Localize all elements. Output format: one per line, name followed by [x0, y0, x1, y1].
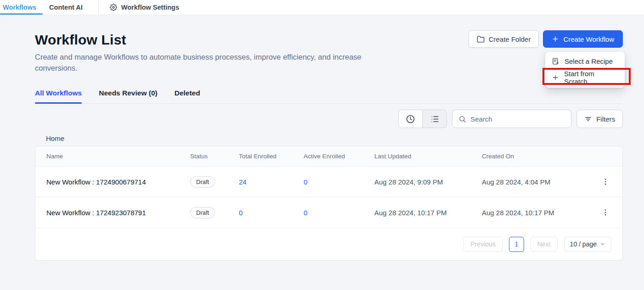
row-actions-menu-button[interactable] [599, 176, 611, 188]
last-updated-value: Aug 28 2024, 10:17 PM [374, 209, 482, 217]
main-content: Workflow List Create and manage Workflow… [0, 15, 644, 261]
menu-item-label: Select a Recipe [565, 57, 613, 65]
nav-divider [98, 1, 99, 15]
active-enrolled-link[interactable]: 0 [304, 178, 374, 186]
table-header-row: Name Status Total Enrolled Active Enroll… [35, 146, 622, 167]
folder-icon [477, 35, 485, 43]
header-actions: Create Folder Create Workflow Select a R… [469, 30, 623, 48]
plus-icon [552, 74, 559, 81]
pagination: Previous 1 Next 10 / page [35, 228, 622, 260]
page-header-text: Workflow List Create and manage Workflow… [35, 31, 379, 73]
menu-item-label: Start from Scratch [564, 70, 618, 85]
view-toggle-group [398, 110, 447, 128]
nav-tab-workflows[interactable]: Workflows [0, 0, 40, 15]
list-toolbar: Filters [35, 110, 623, 128]
column-header-created-on: Created On [482, 153, 597, 160]
menu-item-start-from-scratch[interactable]: Start from Scratch [545, 69, 625, 85]
plus-icon [552, 35, 559, 43]
nav-workflow-settings-label: Workflow Settings [121, 4, 179, 11]
list-view-toggle[interactable] [423, 110, 446, 128]
kebab-icon [601, 208, 610, 217]
workflow-name-link[interactable]: New Workflow : 1724923078791 [46, 209, 190, 217]
nav-tab-content-ai-label: Content AI [49, 4, 83, 11]
table-row: New Workflow : 1724900679714 Draft 24 0 … [35, 167, 622, 197]
create-folder-button[interactable]: Create Folder [469, 30, 539, 48]
gear-icon [110, 4, 117, 11]
search-box [452, 110, 571, 128]
page-size-label: 10 / page [570, 240, 597, 248]
nav-workflow-settings[interactable]: Workflow Settings [105, 0, 184, 15]
total-enrolled-link[interactable]: 0 [239, 209, 304, 217]
create-workflow-dropdown: Select a Recipe Start from Scratch [545, 52, 625, 88]
page-subtitle: Create and manage Workflows to automate … [35, 51, 379, 73]
filter-icon [584, 115, 592, 123]
create-workflow-label: Create Workflow [563, 35, 614, 43]
column-header-total-enrolled: Total Enrolled [239, 153, 304, 160]
status-badge: Draft [190, 207, 215, 218]
created-on-value: Aug 28 2024, 4:04 PM [482, 178, 597, 186]
created-on-value: Aug 28 2024, 10:17 PM [482, 209, 597, 217]
page-title: Workflow List [35, 31, 379, 49]
list-icon [430, 115, 439, 123]
workflow-table: Name Status Total Enrolled Active Enroll… [35, 146, 623, 261]
menu-item-select-a-recipe[interactable]: Select a Recipe [545, 53, 625, 69]
tab-all-workflows[interactable]: All Workflows [35, 89, 82, 103]
search-input[interactable] [470, 115, 565, 123]
previous-page-button[interactable]: Previous [463, 237, 502, 252]
recipe-icon [552, 57, 559, 65]
workflow-tabs: All Workflows Needs Review (0) Deleted [35, 89, 623, 104]
kebab-icon [601, 178, 610, 186]
active-enrolled-link[interactable]: 0 [304, 209, 374, 217]
create-workflow-button[interactable]: Create Workflow [543, 30, 623, 48]
top-nav: Workflows Content AI Workflow Settings [0, 0, 644, 15]
tab-deleted-label: Deleted [175, 89, 200, 97]
page-size-select[interactable]: 10 / page [564, 237, 611, 252]
clock-icon [406, 115, 415, 123]
status-cell: Draft [190, 176, 239, 188]
status-cell: Draft [190, 207, 239, 218]
nav-tab-workflows-label: Workflows [3, 4, 36, 11]
tab-deleted[interactable]: Deleted [175, 89, 200, 103]
table-row: New Workflow : 1724923078791 Draft 0 0 A… [35, 197, 622, 228]
tab-needs-review-label: Needs Review (0) [99, 89, 158, 97]
create-folder-label: Create Folder [489, 35, 531, 43]
column-header-last-updated: Last Updated [374, 153, 482, 160]
tab-all-workflows-label: All Workflows [35, 89, 82, 97]
search-icon [458, 115, 466, 123]
last-updated-value: Aug 28 2024, 9:09 PM [374, 178, 482, 186]
page-number-button[interactable]: 1 [509, 237, 524, 252]
next-page-button[interactable]: Next [531, 237, 558, 252]
chevron-down-icon [600, 241, 605, 247]
tab-needs-review[interactable]: Needs Review (0) [99, 89, 158, 103]
page-header: Workflow List Create and manage Workflow… [35, 31, 623, 73]
recent-view-toggle[interactable] [399, 110, 423, 128]
workflow-name-link[interactable]: New Workflow : 1724900679714 [46, 178, 190, 186]
column-header-status: Status [190, 153, 239, 160]
row-actions-menu-button[interactable] [599, 206, 611, 218]
nav-tab-content-ai[interactable]: Content AI [40, 0, 92, 15]
filters-label: Filters [596, 115, 615, 123]
filters-button[interactable]: Filters [576, 110, 623, 128]
column-header-name: Name [46, 153, 190, 160]
column-header-active-enrolled: Active Enrolled [304, 153, 374, 160]
total-enrolled-link[interactable]: 24 [239, 178, 304, 186]
breadcrumb[interactable]: Home [46, 134, 623, 142]
status-badge: Draft [190, 176, 215, 188]
